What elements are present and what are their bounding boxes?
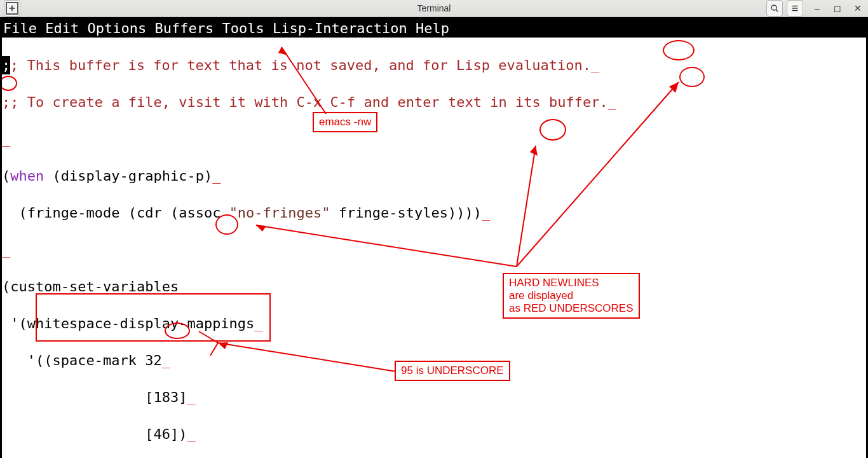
newline-marker: _ [608, 94, 616, 110]
minimize-button[interactable]: – [811, 3, 824, 13]
buffer-line: (custom-set-variables_ [2, 277, 866, 296]
buffer-line: ;; To create a file, visit it with C-x C… [2, 93, 866, 111]
newline-marker: _ [187, 426, 195, 442]
newline-marker: _ [212, 168, 220, 184]
menu-tools[interactable]: Tools [222, 20, 264, 36]
menu-buffers[interactable]: Buffers [154, 20, 214, 36]
menu-edit[interactable]: Edit [45, 20, 79, 36]
newline-marker: _ [162, 352, 170, 368]
window-title: Terminal [417, 3, 451, 13]
terminal-area[interactable]: File Edit Options Buffers Tools Lisp-Int… [0, 17, 868, 458]
svg-line-18 [199, 331, 218, 343]
newline-marker: _ [2, 131, 10, 147]
buffer-line: '((space-mark 32_ [2, 351, 866, 370]
svg-marker-11 [256, 225, 266, 232]
menu-help[interactable]: Help [416, 20, 449, 36]
buffer-line: ;; This buffer is for text that is not s… [2, 56, 866, 74]
buffer-line: [183]_ [2, 388, 866, 406]
emacs-frame: File Edit Options Buffers Tools Lisp-Int… [2, 19, 866, 458]
hamburger-menu-button[interactable] [787, 0, 803, 17]
newline-marker: _ [254, 316, 262, 331]
buffer-line: _ [2, 240, 866, 259]
point-cursor: ; [2, 56, 10, 74]
buffer-line: '(whitespace-display-mappings_ [2, 314, 866, 333]
newline-marker: _ [187, 389, 195, 405]
buffer-line: _ [2, 130, 866, 148]
newline-marker: _ [482, 205, 490, 221]
buffer-line: (fringe-mode (cdr (assoc "no-fringes" fr… [2, 204, 866, 222]
search-button[interactable] [766, 0, 783, 17]
menu-file[interactable]: File [3, 20, 37, 36]
svg-marker-17 [218, 342, 228, 349]
terminal-window: Terminal – ◻ ✕ File Edit Options Buffers… [0, 0, 868, 458]
newline-marker: _ [179, 279, 187, 295]
svg-line-4 [776, 10, 778, 11]
svg-marker-15 [669, 82, 679, 93]
close-window-button[interactable]: ✕ [851, 3, 864, 13]
newline-marker: _ [591, 57, 599, 73]
new-tab-button[interactable] [4, 0, 20, 17]
maximize-button[interactable]: ◻ [831, 3, 844, 13]
menu-options[interactable]: Options [87, 20, 146, 36]
titlebar: Terminal – ◻ ✕ [0, 0, 868, 17]
buffer-line: (when (display-graphic-p)_ [2, 167, 866, 185]
buffer-line: [46])_ [2, 425, 866, 443]
svg-marker-9 [278, 47, 288, 55]
newline-marker: _ [2, 242, 10, 258]
emacs-buffer[interactable]: ;; This buffer is for text that is not s… [2, 38, 866, 458]
annotation-circle-icon [2, 76, 17, 91]
emacs-menubar[interactable]: File Edit Options Buffers Tools Lisp-Int… [2, 19, 866, 38]
menu-lisp-interaction[interactable]: Lisp-Interaction [273, 20, 407, 36]
svg-point-3 [771, 5, 776, 10]
